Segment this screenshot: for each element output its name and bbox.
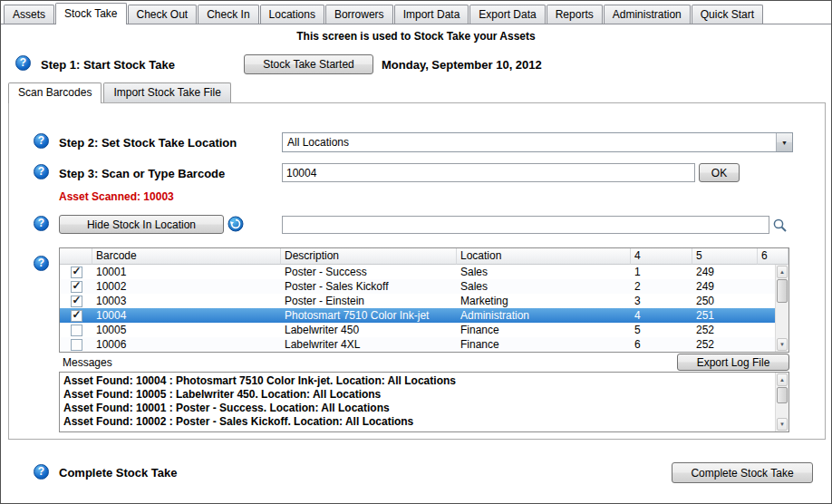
complete-stock-take-label: Complete Stock Take (59, 466, 178, 480)
cell-description: Poster - Einstein (281, 295, 457, 307)
step1-label: Step 1: Start Stock Take (41, 58, 175, 72)
cell-barcode: 10002 (92, 280, 281, 293)
row-checkbox[interactable] (71, 281, 82, 293)
header-col6[interactable]: 6 (758, 248, 788, 265)
subtab-import-stock-take-file[interactable]: Import Stock Take File (103, 82, 231, 102)
header-checkbox-column[interactable] (60, 248, 92, 265)
stock-take-date: Monday, September 10, 2012 (382, 58, 542, 72)
tab-check-in[interactable]: Check In (198, 5, 258, 24)
cell-col5: 252 (692, 324, 758, 336)
message-line: Asset Found: 10004 : Photosmart 7510 Col… (63, 374, 772, 388)
row-checkbox[interactable] (71, 296, 82, 307)
table-row[interactable]: 10002 Poster - Sales Kickoff Sales 2 249 (60, 279, 788, 294)
scroll-thumb[interactable] (777, 387, 788, 403)
main-tabbar: Assets Stock Take Check Out Check In Loc… (1, 3, 831, 24)
scroll-up-icon[interactable] (777, 266, 788, 278)
export-log-file-button[interactable]: Export Log File (677, 354, 789, 371)
help-icon[interactable] (15, 55, 31, 71)
table-row[interactable]: 10005 Labelwriter 450 Finance 5 252 (60, 323, 788, 337)
asset-scanned-status: Asset Scanned: 10003 (59, 190, 174, 203)
ok-button[interactable]: OK (699, 163, 740, 182)
step3-label: Step 3: Scan or Type Barcode (59, 167, 225, 180)
tab-stock-take[interactable]: Stock Take (55, 3, 126, 24)
cell-description: Poster - Sales Kickoff (281, 280, 457, 293)
scroll-track[interactable] (776, 403, 788, 417)
help-icon[interactable] (34, 164, 49, 179)
row-checkbox[interactable] (71, 339, 82, 351)
cell-location: Finance (457, 324, 631, 336)
tab-assets[interactable]: Assets (4, 5, 54, 24)
row-checkbox[interactable] (71, 310, 82, 322)
cell-location: Sales (457, 280, 631, 293)
cell-location: Sales (457, 266, 631, 278)
table-scrollbar[interactable] (775, 265, 788, 352)
checkbox-cell (60, 296, 92, 307)
header-location[interactable]: Location (457, 248, 631, 265)
header-description[interactable]: Description (281, 248, 457, 265)
tab-check-out[interactable]: Check Out (128, 5, 198, 24)
sub-tabbar: Scan Barcodes Import Stock Take File (8, 82, 233, 102)
tab-borrowers[interactable]: Borrowers (325, 5, 393, 24)
cell-col5: 252 (692, 338, 758, 351)
search-input[interactable] (282, 216, 769, 234)
messages-scrollbar[interactable] (775, 373, 788, 431)
table-row[interactable]: 10006 Labelwriter 4XL Finance 6 252 (60, 337, 788, 352)
help-icon[interactable] (34, 216, 49, 231)
cell-description: Poster - Success (281, 266, 457, 278)
stock-take-window: Assets Stock Take Check Out Check In Loc… (0, 0, 832, 504)
cell-location: Finance (457, 338, 631, 351)
cell-location: Administration (457, 309, 631, 322)
help-icon[interactable] (34, 464, 49, 480)
subtab-scan-barcodes[interactable]: Scan Barcodes (8, 82, 102, 103)
message-line: Asset Found: 10001 : Poster - Success. L… (63, 402, 772, 415)
location-dropdown-value: All Locations (283, 133, 776, 151)
table-row[interactable]: 10003 Poster - Einstein Marketing 3 250 (60, 294, 788, 308)
hide-stock-in-location-button[interactable]: Hide Stock In Location (59, 215, 224, 234)
cell-barcode: 10004 (92, 309, 281, 322)
header-col5[interactable]: 5 (692, 248, 758, 265)
scroll-thumb[interactable] (777, 279, 788, 303)
cell-col5: 250 (692, 295, 758, 307)
scroll-down-icon[interactable] (777, 338, 788, 351)
cell-barcode: 10003 (92, 295, 281, 307)
tab-locations[interactable]: Locations (260, 5, 324, 24)
cell-barcode: 10005 (92, 324, 281, 336)
checkbox-cell (60, 339, 92, 351)
tab-export-data[interactable]: Export Data (469, 5, 545, 24)
barcode-input[interactable] (282, 163, 695, 182)
cell-location: Marketing (457, 295, 631, 307)
complete-stock-take-button[interactable]: Complete Stock Take (672, 462, 813, 483)
tab-reports[interactable]: Reports (547, 5, 603, 24)
tab-import-data[interactable]: Import Data (394, 5, 469, 24)
cell-col5: 249 (692, 280, 758, 293)
stock-take-started-button[interactable]: Stock Take Started (244, 54, 373, 74)
tab-quick-start[interactable]: Quick Start (692, 5, 763, 24)
cell-col5: 249 (692, 266, 758, 278)
help-icon[interactable] (34, 133, 49, 149)
chevron-down-icon[interactable] (776, 133, 792, 151)
search-icon[interactable] (772, 218, 788, 234)
cell-col4: 1 (631, 266, 692, 278)
header-barcode[interactable]: Barcode (92, 248, 281, 265)
scroll-track[interactable] (776, 303, 788, 337)
cell-description: Photosmart 7510 Color Ink-jet (281, 309, 457, 322)
header-col4[interactable]: 4 (631, 248, 692, 265)
cell-barcode: 10006 (92, 338, 281, 351)
asset-table-header: Barcode Description Location 4 5 6 (60, 248, 788, 265)
row-checkbox[interactable] (71, 325, 82, 336)
asset-table: Barcode Description Location 4 5 6 10001… (59, 247, 789, 353)
messages-label: Messages (63, 356, 112, 369)
cell-col4: 6 (631, 338, 692, 351)
row-checkbox[interactable] (71, 267, 82, 278)
cell-description: Labelwriter 450 (281, 324, 457, 336)
step2-label: Step 2: Set Stock Take Location (59, 136, 237, 150)
table-row[interactable]: 10004 Photosmart 7510 Color Ink-jet Admi… (60, 308, 788, 323)
scroll-up-icon[interactable] (777, 373, 788, 386)
tab-administration[interactable]: Administration (604, 5, 691, 24)
refresh-icon[interactable] (227, 216, 244, 232)
cell-col4: 2 (631, 280, 692, 293)
table-row[interactable]: 10001 Poster - Success Sales 1 249 (60, 265, 788, 279)
scroll-down-icon[interactable] (777, 418, 788, 431)
location-dropdown[interactable]: All Locations (282, 132, 793, 152)
help-icon[interactable] (34, 256, 49, 271)
